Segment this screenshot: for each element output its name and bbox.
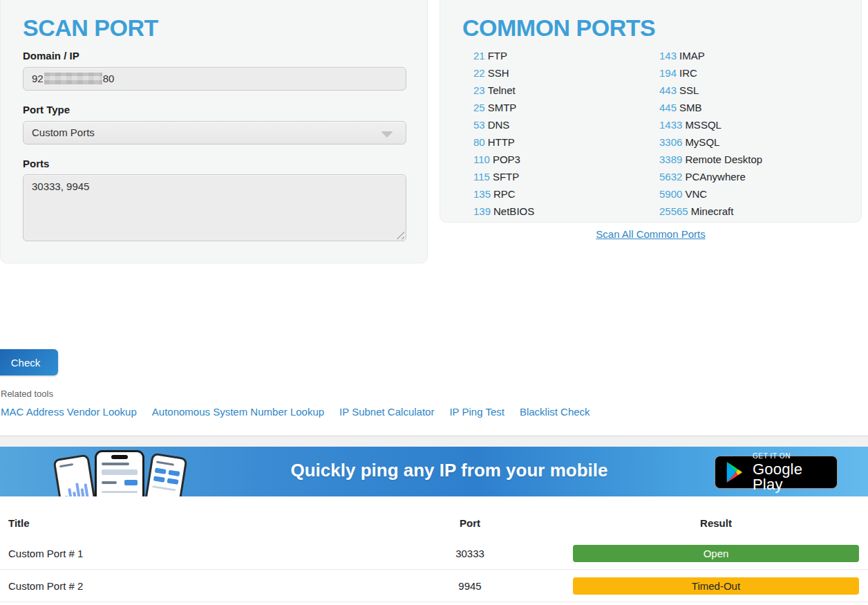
header-port: Port — [387, 517, 553, 529]
port-number: 445 — [659, 102, 677, 113]
ports-textarea[interactable]: 30333, 9945 — [23, 174, 406, 241]
scan-port-card: SCAN PORT Domain / IP 9280 Port Type Cus… — [0, 0, 428, 263]
common-port-item[interactable]: 80HTTP — [473, 133, 534, 151]
ports-label: Ports — [23, 158, 49, 169]
link-ip-ping-test[interactable]: IP Ping Test — [449, 406, 504, 418]
table-row: Custom Port # 2 9945 Timed-Out — [0, 570, 868, 602]
port-name: DNS — [488, 119, 510, 131]
row-title: Custom Port # 1 — [0, 548, 387, 559]
common-port-item[interactable]: 25565Minecraft — [659, 203, 762, 220]
phone-center — [95, 450, 144, 496]
port-number: 80 — [473, 136, 485, 148]
common-port-item[interactable]: 5900VNC — [659, 185, 762, 203]
port-name: VNC — [685, 188, 707, 200]
port-name: SMB — [679, 102, 702, 113]
common-ports-column-2: 143IMAP 194IRC 443SSL 445SMB 1433MSSQL 3… — [659, 47, 762, 220]
port-number: 3389 — [659, 153, 682, 165]
common-port-item[interactable]: 139NetBIOS — [473, 203, 534, 220]
common-port-item[interactable]: 443SSL — [659, 82, 762, 99]
port-name: Telnet — [488, 84, 516, 96]
common-port-item[interactable]: 143IMAP — [659, 47, 762, 64]
check-button[interactable]: Check — [0, 349, 58, 375]
domain-ip-value-prefix: 92 — [32, 73, 44, 84]
port-name: Remote Desktop — [685, 153, 762, 165]
port-number: 23 — [473, 84, 485, 96]
common-port-item[interactable]: 53DNS — [473, 116, 534, 133]
link-mac-address-vendor-lookup[interactable]: MAC Address Vendor Lookup — [1, 406, 137, 418]
results-header-row: Title Port Result — [0, 496, 868, 537]
link-blacklist-check[interactable]: Blacklist Check — [520, 406, 590, 418]
common-ports-card: COMMON PORTS 21FTP 22SSH 23Telnet 25SMTP… — [440, 0, 862, 223]
port-name: FTP — [488, 50, 507, 62]
status-badge-open: Open — [573, 545, 859, 562]
common-port-item[interactable]: 25SMTP — [473, 99, 534, 116]
port-number: 115 — [473, 171, 490, 183]
common-port-item[interactable]: 194IRC — [659, 64, 762, 82]
port-name: IRC — [679, 67, 697, 79]
common-port-item[interactable]: 3389Remote Desktop — [659, 151, 762, 168]
related-tools-links: MAC Address Vendor Lookup Autonomous Sys… — [1, 406, 590, 418]
port-number: 5900 — [659, 188, 682, 200]
phones-mockup-image — [52, 448, 190, 496]
port-name: NetBIOS — [493, 205, 534, 217]
port-name: SSH — [488, 67, 509, 79]
port-type-label: Port Type — [23, 104, 70, 115]
common-port-item[interactable]: 5632PCAnywhere — [659, 168, 762, 185]
port-number: 139 — [473, 205, 491, 217]
common-port-item[interactable]: 23Telnet — [473, 82, 534, 99]
phone-notch — [111, 455, 128, 459]
google-play-icon — [724, 460, 745, 484]
google-play-badge-text: GET IT ON Google Play — [753, 453, 837, 492]
common-port-item[interactable]: 21FTP — [473, 47, 534, 64]
common-ports-title: COMMON PORTS — [462, 15, 655, 41]
port-name: MSSQL — [685, 119, 721, 131]
port-number: 1433 — [659, 119, 682, 131]
row-title: Custom Port # 2 — [0, 580, 387, 592]
port-number: 110 — [473, 153, 490, 165]
link-asn-lookup[interactable]: Autonomous System Number Lookup — [152, 406, 324, 418]
port-name: MySQL — [685, 136, 719, 148]
domain-ip-input[interactable]: 9280 — [23, 67, 406, 91]
common-port-item[interactable]: 1433MSSQL — [659, 116, 762, 133]
scan-port-title: SCAN PORT — [23, 15, 158, 41]
port-number: 135 — [473, 188, 491, 200]
google-play-badge[interactable]: GET IT ON Google Play — [715, 456, 838, 489]
port-name: RPC — [493, 188, 516, 200]
header-result: Result — [553, 517, 868, 529]
common-port-item[interactable]: 445SMB — [659, 99, 762, 116]
pre-banner-strip — [0, 436, 868, 447]
scan-all-common-ports-link[interactable]: Scan All Common Ports — [596, 228, 705, 240]
port-number: 194 — [659, 67, 677, 79]
redacted-ip-segment — [44, 73, 102, 84]
common-port-item[interactable]: 115SFTP — [473, 168, 534, 185]
results-table: Title Port Result Custom Port # 1 30333 … — [0, 496, 868, 602]
common-port-item[interactable]: 22SSH — [473, 64, 534, 82]
port-name: SFTP — [493, 171, 519, 183]
port-number: 22 — [473, 67, 485, 79]
port-name: HTTP — [488, 136, 515, 148]
banner-headline: Quickly ping any IP from your mobile — [207, 460, 691, 481]
table-row: Custom Port # 1 30333 Open — [0, 537, 868, 570]
row-port: 30333 — [387, 548, 553, 559]
ports-value: 30333, 9945 — [32, 180, 89, 192]
port-name: IMAP — [679, 50, 705, 62]
port-number: 143 — [659, 50, 677, 62]
port-number: 25 — [473, 102, 485, 113]
port-name: SMTP — [488, 102, 517, 113]
get-it-on-label: GET IT ON — [753, 453, 837, 460]
header-title: Title — [0, 517, 387, 529]
port-name: SSL — [679, 84, 699, 96]
port-type-select[interactable]: Custom Ports — [23, 121, 406, 145]
common-port-item[interactable]: 3306MySQL — [659, 133, 762, 151]
phone-right — [142, 452, 187, 496]
phone-left — [53, 454, 97, 496]
common-port-item[interactable]: 135RPC — [473, 185, 534, 203]
mobile-app-banner: Quickly ping any IP from your mobile GET… — [0, 447, 868, 496]
port-number: 53 — [473, 119, 485, 131]
port-name: POP3 — [493, 153, 520, 165]
common-port-item[interactable]: 110POP3 — [473, 151, 534, 168]
port-name: PCAnywhere — [685, 171, 746, 183]
resize-handle-icon[interactable] — [395, 230, 404, 239]
link-ip-subnet-calculator[interactable]: IP Subnet Calculator — [339, 406, 434, 418]
status-badge-timed-out: Timed-Out — [573, 577, 859, 595]
